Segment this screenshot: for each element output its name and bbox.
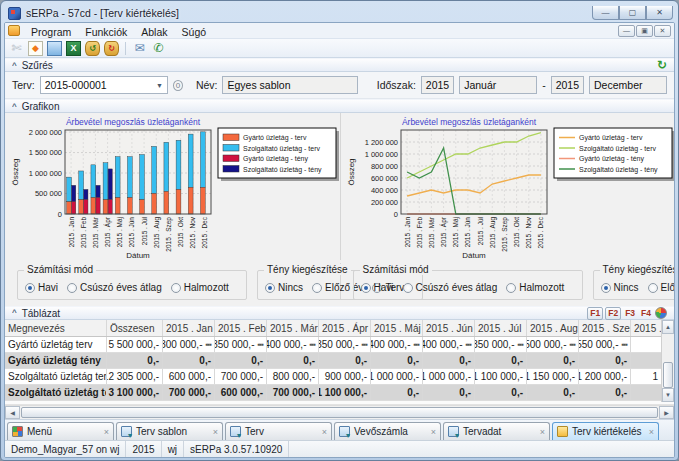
column-header-2015-szep[interactable]: 2015 . Szep	[579, 320, 631, 336]
column-header-2015-aug[interactable]: 2015 . Aug	[527, 320, 579, 336]
minimize-button[interactable]: —	[592, 6, 619, 20]
nev-field[interactable]: Egyes sablon	[222, 76, 357, 94]
radio-dot[interactable]	[506, 283, 516, 293]
radio-halmozott[interactable]: Halmozott	[171, 282, 229, 293]
scroll-right-icon[interactable]: ▶	[659, 406, 674, 419]
favorites-note-icon[interactable]: ◆	[28, 41, 43, 56]
scroll-left-icon[interactable]: ◀	[5, 406, 20, 419]
column-header-2015[interactable]: 2015 .	[631, 320, 661, 336]
radio-dot[interactable]	[361, 283, 371, 293]
column-header-2015-maj[interactable]: 2015 . Máj	[371, 320, 423, 336]
column-header-2015-apr[interactable]: 2015 . Ápr	[319, 320, 371, 336]
tab-close-icon[interactable]: ×	[104, 427, 109, 437]
radio-havi[interactable]: Havi	[25, 282, 58, 293]
column-header-osszesen[interactable]: Összesen	[107, 320, 163, 336]
column-header-2015-mar[interactable]: 2015 . Már	[267, 320, 319, 336]
tab-terv-kiertekeles[interactable]: Terv kiértékelés×	[552, 422, 659, 440]
column-header-2015-jan[interactable]: 2015 . Jan	[163, 320, 215, 336]
to-year-field[interactable]: 2015	[551, 76, 584, 94]
cell-ellipsis-button[interactable]: ▪▪▪	[621, 340, 627, 349]
radio-dot[interactable]	[648, 283, 658, 293]
to-month-field[interactable]: December	[589, 76, 667, 94]
cell-value: 12 305 000,-	[107, 371, 159, 382]
mail-icon[interactable]: ✉	[132, 41, 147, 56]
column-header-2015-jun[interactable]: 2015 . Jún	[423, 320, 475, 336]
cell-ellipsis-button[interactable]: ▪▪▪	[309, 340, 315, 349]
scroll-thumb[interactable]	[21, 407, 658, 418]
maximize-button[interactable]: ▢	[619, 6, 646, 20]
scroll-up-icon[interactable]: ▲	[662, 320, 674, 334]
radio-dot[interactable]	[601, 283, 611, 293]
radio-dot[interactable]	[171, 283, 181, 293]
radio-dot[interactable]	[403, 283, 413, 293]
fn-button-f4[interactable]: F4	[639, 308, 653, 319]
radio-csuszo-eves-atlag[interactable]: Csúszó éves átlag	[403, 282, 498, 293]
radio-csuszo-eves-atlag[interactable]: Csúszó éves átlag	[67, 282, 162, 293]
column-header-2015-feb[interactable]: 2015 . Feb	[215, 320, 267, 336]
cell-ellipsis-button[interactable]: ▪▪▪	[569, 340, 575, 349]
radio-dot[interactable]	[25, 283, 35, 293]
horizontal-scrollbar[interactable]: ◀ ▶	[5, 405, 674, 419]
tab-menu[interactable]: Menü×	[7, 422, 114, 440]
fn-button-f1[interactable]: F1	[587, 307, 603, 320]
chevron-down-icon[interactable]: ▼	[150, 82, 163, 89]
window-view-icon[interactable]	[47, 41, 62, 56]
from-year-field[interactable]: 2015	[421, 76, 454, 94]
scroll-down-icon[interactable]: ▼	[662, 388, 674, 402]
pie-chart-icon[interactable]	[655, 307, 667, 319]
table-row-gyarto-uzletag-terv[interactable]: Gyártó üzletág terv5 500 000,-300 000,-▪…	[5, 337, 661, 353]
fn-button-f2[interactable]: F2	[605, 307, 621, 320]
tab-vevoszamla[interactable]: Vevőszámla×	[334, 422, 441, 440]
menu-item-funkciok[interactable]: Funkciók	[78, 25, 134, 39]
section-header-szures[interactable]: ^ Szűrés ↻	[5, 58, 674, 72]
refresh-icon[interactable]: ↻	[657, 60, 667, 70]
scroll-thumb[interactable]	[663, 362, 673, 388]
radio-dot[interactable]	[67, 283, 77, 293]
mdi-restore-button[interactable]: ▣	[636, 25, 653, 37]
database-export-icon[interactable]: ↻	[104, 41, 119, 56]
radio-nincs[interactable]: Nincs	[265, 282, 303, 293]
radio-havi[interactable]: Havi	[361, 282, 394, 293]
tab-terv-sablon[interactable]: Terv sablon×	[116, 422, 223, 440]
tab-close-icon[interactable]: ×	[540, 427, 545, 437]
tab-tervadat[interactable]: Tervadat×	[443, 422, 550, 440]
cell-ellipsis-button[interactable]: ▪▪▪	[517, 340, 523, 349]
attach-disabled-icon[interactable]: ✄	[9, 41, 24, 56]
column-header-2015-jul[interactable]: 2015 . Júl	[475, 320, 527, 336]
tab-terv[interactable]: Terv×	[225, 422, 332, 440]
fn-button-f3[interactable]: F3	[623, 308, 637, 319]
tab-close-icon[interactable]: ×	[213, 427, 218, 437]
tab-close-icon[interactable]: ×	[649, 427, 654, 437]
close-button[interactable]: ✕	[646, 6, 673, 20]
cell-ellipsis-button[interactable]: ▪▪▪	[205, 340, 211, 349]
radio-dot[interactable]	[265, 283, 275, 293]
menu-item-sugo[interactable]: Súgó	[175, 25, 214, 39]
section-header-tablazat[interactable]: ^ Táblázat F1F2F3F4	[5, 306, 674, 320]
database-import-icon[interactable]: ↺	[85, 41, 100, 56]
section-header-grafikon[interactable]: ^ Grafikon	[5, 99, 674, 113]
tab-close-icon[interactable]: ×	[322, 427, 327, 437]
lookup-icon[interactable]: 0	[173, 80, 183, 91]
menu-item-program[interactable]: Program	[24, 25, 78, 39]
table-row-szolgaltato-uzletag-terv[interactable]: Szolgáltató üzletág terv12 305 000,-600 …	[5, 369, 661, 385]
terv-combo[interactable]: 2015-000001 ▼	[40, 76, 168, 94]
table-row-szolgaltato-uzletag-teny[interactable]: Szolgáltató üzletág tény3 100 000,-700 0…	[5, 385, 661, 401]
cell-ellipsis-button[interactable]: ▪▪▪	[465, 340, 471, 349]
table-row-gyarto-uzletag-teny[interactable]: Gyártó üzletág tény0,-0,-0,-0,-0,-0,-0,-…	[5, 353, 661, 369]
radio-halmozott[interactable]: Halmozott	[506, 282, 564, 293]
cell-ellipsis-button[interactable]: ▪▪▪	[257, 340, 263, 349]
cell-ellipsis-button[interactable]: ▪▪▪	[361, 340, 367, 349]
radio-nincs[interactable]: Nincs	[601, 282, 639, 293]
cell-ellipsis-button[interactable]: ▪▪▪	[413, 340, 419, 349]
phone-icon[interactable]: ✆	[151, 41, 166, 56]
radio-dot[interactable]	[312, 283, 322, 293]
column-header-megnevezes[interactable]: Megnevezés	[5, 320, 107, 336]
mdi-minimize-button[interactable]: —	[618, 25, 635, 37]
radio-elozo-ev[interactable]: Előző év	[648, 282, 675, 293]
excel-export-icon[interactable]: X	[66, 41, 81, 56]
mdi-close-button[interactable]: ✕	[654, 25, 671, 37]
vertical-scrollbar[interactable]: ▲ ▼	[661, 320, 674, 402]
from-month-field[interactable]: Január	[459, 76, 537, 94]
tab-close-icon[interactable]: ×	[431, 427, 436, 437]
menu-item-ablak[interactable]: Ablak	[134, 25, 174, 39]
